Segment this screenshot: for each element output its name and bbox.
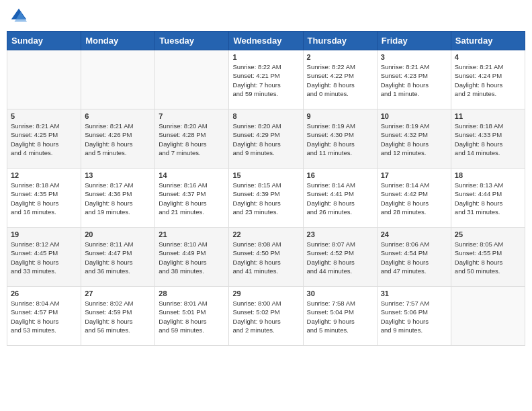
day-number: 26	[11, 289, 77, 298]
day-info-line: Sunset: 4:37 PM	[159, 189, 225, 198]
day-info-line: Daylight: 8 hours	[11, 317, 77, 326]
day-info-line: Sunset: 4:45 PM	[11, 248, 77, 257]
day-number: 20	[85, 230, 151, 238]
day-info: Sunrise: 8:02 AMSunset: 4:59 PMDaylight:…	[85, 299, 151, 334]
day-info-line: and 11 minutes.	[307, 148, 373, 157]
day-info-line: Sunrise: 8:14 AM	[381, 181, 447, 189]
day-info-line: Sunset: 4:57 PM	[11, 308, 77, 316]
day-info-line: Daylight: 8 hours	[159, 317, 225, 326]
logo-icon	[9, 7, 28, 26]
day-info-line: and 26 minutes.	[307, 208, 373, 216]
day-info: Sunrise: 8:10 AMSunset: 4:49 PMDaylight:…	[159, 240, 225, 275]
day-number: 17	[381, 171, 447, 179]
day-number: 23	[307, 230, 373, 238]
day-info-line: Sunset: 4:39 PM	[232, 189, 299, 198]
day-info-line: Sunrise: 8:06 AM	[381, 240, 447, 248]
day-info-line: Daylight: 8 hours	[455, 258, 521, 267]
day-info-line: Sunrise: 8:15 AM	[232, 181, 299, 189]
day-info-line: Sunrise: 7:58 AM	[307, 299, 373, 308]
calendar-cell	[451, 287, 525, 346]
day-number: 15	[232, 171, 299, 179]
calendar-cell: 13Sunrise: 8:17 AMSunset: 4:36 PMDayligh…	[81, 169, 155, 228]
calendar-cell	[81, 50, 155, 109]
calendar-cell: 23Sunrise: 8:07 AMSunset: 4:52 PMDayligh…	[303, 228, 377, 287]
day-info: Sunrise: 8:20 AMSunset: 4:28 PMDaylight:…	[159, 122, 225, 157]
day-info-line: Sunrise: 7:57 AM	[381, 299, 447, 308]
day-info-line: Sunset: 4:29 PM	[232, 130, 299, 139]
day-info-line: Sunset: 5:06 PM	[381, 308, 447, 316]
day-info-line: and 50 minutes.	[455, 267, 521, 275]
day-info-line: Sunrise: 8:11 AM	[85, 240, 151, 248]
day-info-line: Sunrise: 8:18 AM	[11, 181, 77, 189]
day-info-line: Sunset: 4:35 PM	[11, 189, 77, 198]
day-info-line: Sunset: 4:59 PM	[85, 308, 151, 316]
day-number: 31	[381, 289, 447, 298]
day-info-line: Sunrise: 8:19 AM	[307, 122, 373, 130]
day-number: 21	[159, 230, 225, 238]
day-info-line: Daylight: 8 hours	[455, 140, 521, 148]
day-info: Sunrise: 8:20 AMSunset: 4:29 PMDaylight:…	[232, 122, 299, 157]
day-number: 16	[307, 171, 373, 179]
calendar-cell: 4Sunrise: 8:21 AMSunset: 4:24 PMDaylight…	[451, 50, 525, 109]
day-info-line: and 7 minutes.	[159, 148, 225, 157]
calendar-cell: 9Sunrise: 8:19 AMSunset: 4:30 PMDaylight…	[303, 109, 377, 169]
day-info: Sunrise: 8:07 AMSunset: 4:52 PMDaylight:…	[307, 240, 373, 275]
day-info-line: Sunrise: 8:01 AM	[159, 299, 225, 308]
day-info: Sunrise: 8:21 AMSunset: 4:23 PMDaylight:…	[381, 62, 447, 98]
day-info-line: Sunset: 4:47 PM	[85, 248, 151, 257]
day-info-line: Sunrise: 8:17 AM	[85, 181, 151, 189]
page-header	[7, 7, 525, 26]
day-info-line: and 44 minutes.	[307, 267, 373, 275]
day-info-line: and 41 minutes.	[232, 267, 299, 275]
day-number: 22	[232, 230, 299, 238]
day-info-line: Sunrise: 8:02 AM	[85, 299, 151, 308]
day-info: Sunrise: 8:21 AMSunset: 4:26 PMDaylight:…	[85, 122, 151, 157]
day-info-line: and 9 minutes.	[381, 326, 447, 334]
day-info-line: Sunset: 5:04 PM	[307, 308, 373, 316]
day-info-line: Sunrise: 8:20 AM	[232, 122, 299, 130]
day-info-line: Sunrise: 8:21 AM	[381, 62, 447, 71]
day-info-line: Daylight: 8 hours	[159, 140, 225, 148]
day-info-line: Daylight: 8 hours	[11, 199, 77, 208]
day-info: Sunrise: 8:11 AMSunset: 4:47 PMDaylight:…	[85, 240, 151, 275]
day-number: 4	[455, 53, 521, 61]
day-info-line: Sunrise: 8:13 AM	[455, 181, 521, 189]
day-number: 2	[307, 53, 373, 61]
calendar-cell: 10Sunrise: 8:19 AMSunset: 4:32 PMDayligh…	[377, 109, 451, 169]
day-info: Sunrise: 8:19 AMSunset: 4:30 PMDaylight:…	[307, 122, 373, 157]
calendar-cell: 21Sunrise: 8:10 AMSunset: 4:49 PMDayligh…	[155, 228, 229, 287]
day-info-line: Sunrise: 8:16 AM	[159, 181, 225, 189]
day-info-line: Sunset: 4:49 PM	[159, 248, 225, 257]
day-info-line: and 53 minutes.	[11, 326, 77, 334]
calendar-week-row: 26Sunrise: 8:04 AMSunset: 4:57 PMDayligh…	[7, 287, 525, 346]
day-number: 14	[159, 171, 225, 179]
day-number: 1	[232, 53, 299, 61]
day-info-line: Daylight: 9 hours	[381, 317, 447, 326]
day-info: Sunrise: 8:17 AMSunset: 4:36 PMDaylight:…	[85, 181, 151, 216]
day-info-line: Sunrise: 8:10 AM	[159, 240, 225, 248]
day-info-line: Daylight: 9 hours	[307, 317, 373, 326]
calendar-cell: 14Sunrise: 8:16 AMSunset: 4:37 PMDayligh…	[155, 169, 229, 228]
day-number: 29	[232, 289, 299, 298]
day-info-line: Daylight: 9 hours	[232, 317, 299, 326]
day-info-line: and 56 minutes.	[85, 326, 151, 334]
day-info-line: and 47 minutes.	[381, 267, 447, 275]
calendar-cell: 31Sunrise: 7:57 AMSunset: 5:06 PMDayligh…	[377, 287, 451, 346]
day-info-line: Sunset: 4:32 PM	[381, 130, 447, 139]
calendar-cell: 8Sunrise: 8:20 AMSunset: 4:29 PMDaylight…	[229, 109, 303, 169]
calendar-table: SundayMondayTuesdayWednesdayThursdayFrid…	[7, 31, 525, 346]
day-info-line: and 21 minutes.	[159, 208, 225, 216]
day-info-line: Sunrise: 8:14 AM	[307, 181, 373, 189]
day-info: Sunrise: 8:06 AMSunset: 4:54 PMDaylight:…	[381, 240, 447, 275]
day-info-line: Daylight: 8 hours	[307, 258, 373, 267]
day-info-line: Sunset: 4:44 PM	[455, 189, 521, 198]
calendar-cell: 1Sunrise: 8:22 AMSunset: 4:21 PMDaylight…	[229, 50, 303, 109]
calendar-cell: 28Sunrise: 8:01 AMSunset: 5:01 PMDayligh…	[155, 287, 229, 346]
day-info: Sunrise: 8:12 AMSunset: 4:45 PMDaylight:…	[11, 240, 77, 275]
day-info: Sunrise: 8:01 AMSunset: 5:01 PMDaylight:…	[159, 299, 225, 334]
day-info-line: Sunrise: 8:07 AM	[307, 240, 373, 248]
calendar-week-row: 5Sunrise: 8:21 AMSunset: 4:25 PMDaylight…	[7, 109, 525, 169]
day-number: 13	[85, 171, 151, 179]
day-number: 25	[455, 230, 521, 238]
calendar-cell: 20Sunrise: 8:11 AMSunset: 4:47 PMDayligh…	[81, 228, 155, 287]
